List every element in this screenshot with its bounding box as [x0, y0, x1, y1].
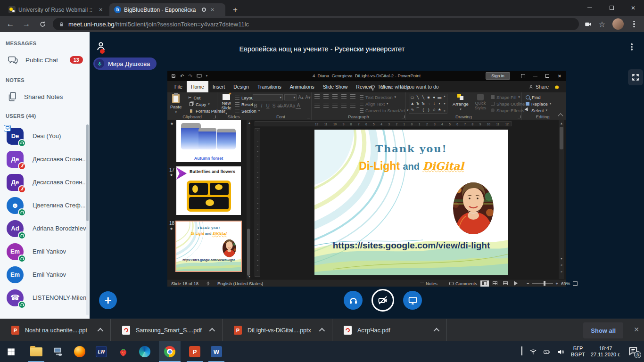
feedback-smiley-icon[interactable]: ☻ [553, 81, 560, 92]
zoom-slider[interactable] [532, 283, 553, 284]
ppt-restore-icon[interactable] [541, 71, 553, 81]
talking-indicator[interactable]: Мира Душкова [93, 58, 157, 70]
download-item[interactable]: АстрЧас.pdf [332, 319, 447, 341]
align-center-icon[interactable] [323, 104, 329, 108]
save-icon[interactable] [171, 74, 176, 78]
align-text-button[interactable]: Align Text▾ [360, 100, 408, 107]
slide-canvas[interactable]: Thank you! Di-Light and DiGital https://… [314, 130, 508, 275]
language-indicator[interactable]: БГРBGPT [571, 346, 585, 358]
window-maximize-button[interactable] [601, 0, 622, 16]
slideshow-icon[interactable] [197, 74, 202, 78]
indent-increase-icon[interactable] [341, 94, 347, 99]
volume-icon[interactable] [556, 348, 565, 356]
download-item[interactable]: PDiLight-vs-DiGital....pptx [223, 319, 332, 341]
zoom-in-icon[interactable]: + [556, 281, 559, 286]
ppt-tab-transitions[interactable]: Transitions [253, 81, 286, 92]
public-chat-item[interactable]: Public Chat 13 [0, 52, 90, 68]
show-all-downloads-button[interactable]: Show all [583, 322, 623, 338]
shared-notes-item[interactable]: Shared Notes [0, 89, 90, 105]
reading-view-button[interactable] [501, 280, 510, 287]
language-indicator[interactable]: English (United States) [217, 280, 263, 287]
fullscreen-button[interactable] [628, 69, 643, 85]
ppt-share-button[interactable]: Share [528, 81, 549, 92]
back-icon[interactable]: ← [5, 18, 16, 30]
drawing-dialog-launcher[interactable] [518, 115, 520, 118]
tab-close-icon[interactable]: ✕ [97, 6, 105, 13]
user-list-item[interactable]: ☻Цветелина Стеф... [0, 194, 88, 217]
tray-hidden-icons-chevron[interactable] [521, 347, 522, 356]
slide-scrollbar[interactable]: ▲ ▼ « » [559, 120, 564, 279]
user-list-item[interactable]: ДеДесислава Стоян... [0, 148, 88, 171]
tab-close-icon[interactable]: ✕ [209, 6, 216, 13]
shrink-font-icon[interactable]: A▾ [305, 95, 311, 100]
slide17-thumbnail[interactable]: Butterflies and flowers [176, 166, 241, 215]
browser-tab-bbb[interactable]: b BigBlueButton - Европейска ✕ [109, 3, 225, 16]
find-button[interactable]: Find [526, 94, 551, 100]
forward-icon[interactable]: → [21, 18, 32, 30]
shadow-button[interactable]: S [271, 103, 277, 108]
slide16-thumbnail[interactable]: Autumn forset [176, 120, 241, 162]
justify-icon[interactable] [341, 104, 347, 108]
ppt-tab-animations[interactable]: Animations [286, 81, 319, 92]
italic-button[interactable]: I [259, 103, 264, 108]
ppt-minimize-icon[interactable] [529, 71, 541, 81]
waiting-users-icon[interactable] [95, 41, 108, 55]
ppt-tab-file[interactable]: File [170, 81, 187, 92]
download-item[interactable]: PNosht na uchenite....ppt [0, 319, 111, 341]
browser-menu-icon[interactable] [628, 18, 640, 30]
ppt-tab-home[interactable]: Home [187, 81, 208, 92]
sign-in-button[interactable]: Sign in [486, 72, 510, 80]
download-item[interactable]: Samsung_Smart_S....pdf [111, 319, 223, 341]
undo-icon[interactable]: ↶ [180, 74, 184, 79]
ribbon-display-options-icon[interactable] [517, 71, 529, 81]
window-close-button[interactable]: ✕ [622, 0, 644, 16]
zoom-out-icon[interactable]: − [527, 281, 529, 286]
align-left-icon[interactable] [314, 104, 320, 108]
paste-button[interactable]: Paste▾ [170, 94, 182, 114]
columns-icon[interactable] [350, 104, 355, 108]
font-color-button[interactable]: A [296, 103, 301, 109]
downloads-bar-close-icon[interactable]: ✕ [634, 326, 639, 333]
taskbar-powerpoint[interactable]: P [184, 341, 206, 362]
download-menu-chevron-icon[interactable] [209, 328, 215, 334]
camera-capture-icon[interactable] [582, 18, 594, 30]
change-case-button[interactable]: Aa [289, 103, 295, 108]
screenshare-button[interactable] [403, 291, 422, 310]
new-slide-button[interactable]: New Slide▾ [218, 94, 234, 115]
address-bar[interactable]: meet.uni-ruse.bg/html5client/join?sessio… [53, 18, 579, 30]
user-list-item[interactable]: EmEmil Yankov [0, 263, 88, 286]
next-slide-button[interactable]: » [560, 270, 563, 273]
taskbar-word[interactable]: W [206, 341, 227, 362]
fit-slide-icon[interactable] [573, 281, 578, 286]
battery-icon[interactable] [542, 348, 552, 355]
new-tab-button[interactable]: + [229, 4, 241, 16]
download-menu-chevron-icon[interactable] [434, 328, 440, 334]
start-button[interactable] [0, 341, 22, 362]
shapes-scroll[interactable]: ▲▼≡ [442, 94, 447, 114]
strikethrough-button[interactable]: ab [277, 103, 283, 108]
ppt-close-icon[interactable]: ✕ [553, 71, 566, 81]
font-dialog-launcher[interactable] [307, 115, 310, 118]
taskbar-strawberry-app[interactable] [112, 341, 134, 362]
underline-button[interactable]: U [265, 103, 271, 108]
bullets-icon[interactable] [314, 94, 320, 99]
bold-button[interactable]: B [253, 103, 258, 108]
indent-decrease-icon[interactable] [332, 94, 338, 99]
bbb-options-menu-icon[interactable] [627, 42, 636, 51]
user-list-item[interactable]: AdAdriana Borodzhieva [0, 217, 88, 240]
wifi-icon[interactable] [529, 348, 537, 355]
quick-styles-button[interactable]: Quick Styles [472, 94, 489, 111]
taskbar-file-explorer[interactable] [25, 341, 47, 362]
grow-font-icon[interactable]: A▴ [298, 95, 304, 100]
ppt-tab-insert[interactable]: Insert [208, 81, 229, 92]
previous-slide-button[interactable]: « [560, 263, 563, 267]
user-list-item[interactable]: ☎LISTENONLY-Milena... [0, 286, 88, 309]
comments-toggle[interactable]: Comments [449, 280, 477, 287]
actions-plus-button[interactable]: + [99, 291, 117, 309]
browser-tab-webmail[interactable]: University of Ruse Webmail :: We ✕ [4, 3, 108, 16]
font-size-combo[interactable]: ▾ [284, 94, 297, 100]
sidebar-scrollbar[interactable] [86, 124, 89, 315]
window-minimize-button[interactable] [579, 0, 601, 16]
action-center-icon[interactable]: 3 [628, 346, 639, 357]
user-list-item[interactable]: DeDesi (You) [0, 124, 88, 148]
